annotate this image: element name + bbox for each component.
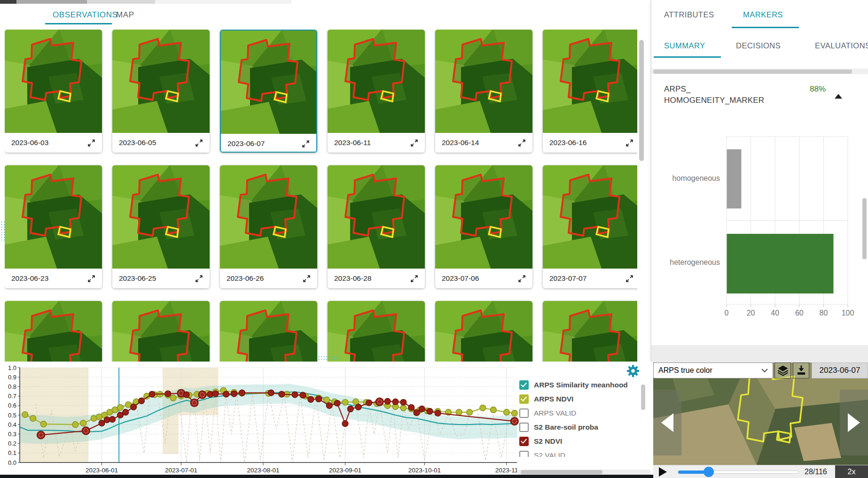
observation-thumbnail[interactable]: 2023-07-06: [435, 165, 532, 288]
layers-icon: [777, 364, 789, 377]
expand-icon[interactable]: [302, 140, 310, 148]
bottom-resize-handle[interactable]: [318, 355, 339, 361]
observation-thumbnail[interactable]: 2023-06-28: [328, 165, 425, 288]
observation-date: 2023-06-05: [119, 139, 156, 147]
observation-thumbnail[interactable]: [5, 301, 102, 362]
tab-observations[interactable]: OBSERVATIONS: [53, 10, 118, 20]
previous-frame-button[interactable]: [653, 390, 681, 455]
legend-item[interactable]: ARPS VALID: [519, 408, 638, 418]
expand-icon[interactable]: [303, 275, 311, 283]
play-icon[interactable]: [659, 467, 667, 477]
svg-text:0.2: 0.2: [8, 440, 16, 447]
legend-item[interactable]: S2 Bare-soil proba: [519, 422, 638, 432]
legend-item[interactable]: ARPS Similarity meanhood: [519, 380, 638, 390]
tab-map[interactable]: MAP: [116, 10, 134, 20]
markers-tab-underline: [732, 27, 799, 28]
timeseries-chart-panel: 1.00.90.80.70.60.50.40.30.20.10.02023-06…: [0, 362, 651, 475]
panel-horizontal-scrollbar[interactable]: [653, 69, 852, 74]
svg-text:2023-07-01: 2023-07-01: [165, 467, 197, 474]
expand-icon[interactable]: [195, 139, 203, 147]
observation-thumbnail[interactable]: 2023-06-26: [220, 165, 317, 288]
parcel-outline: [238, 310, 297, 362]
svg-text:1.0: 1.0: [8, 364, 16, 371]
observation-date: 2023-06-23: [11, 274, 48, 283]
timeline-slider-thumb[interactable]: [704, 467, 714, 477]
right-panel: ATTRIBUTES MARKERS SUMMARY DECISIONS EVA…: [651, 0, 868, 362]
observation-thumbnail[interactable]: [220, 301, 317, 362]
svg-text:2023-06-01: 2023-06-01: [86, 467, 118, 474]
observation-thumbnail[interactable]: 2023-06-07: [220, 30, 317, 153]
legend-label: ARPS VALID: [534, 409, 576, 417]
svg-text:0.6: 0.6: [8, 402, 16, 409]
panel-vertical-scrollbar[interactable]: [862, 198, 867, 259]
next-frame-button[interactable]: [840, 390, 868, 455]
legend-item[interactable]: ARPS NDVI: [519, 394, 638, 404]
observation-thumbnail[interactable]: 2023-07-07: [543, 165, 637, 288]
svg-text:0.7: 0.7: [8, 393, 16, 400]
legend-label: ARPS NDVI: [534, 395, 573, 403]
observation-thumbnail[interactable]: 2023-06-14: [435, 30, 532, 153]
subtab-evaluations[interactable]: EVALUATIONS: [815, 41, 868, 50]
observation-thumbnail[interactable]: [543, 301, 637, 362]
svg-text:60: 60: [795, 309, 804, 317]
expand-icon[interactable]: [626, 275, 633, 283]
observation-thumbnail[interactable]: 2023-06-11: [328, 30, 425, 153]
layers-button[interactable]: [774, 362, 791, 378]
observation-thumbnail[interactable]: [112, 301, 210, 362]
observation-thumbnail[interactable]: [328, 301, 425, 362]
observation-date: 2023-06-28: [334, 274, 371, 283]
playback-controls: 28/116 2x: [653, 465, 868, 478]
collapse-triangle-icon[interactable]: [835, 94, 842, 99]
expand-icon[interactable]: [410, 139, 418, 147]
observation-thumbnail[interactable]: 2023-06-05: [112, 30, 210, 153]
svg-text:0.1: 0.1: [8, 449, 16, 456]
legend-checkbox[interactable]: [519, 451, 529, 457]
timeseries-chart[interactable]: 1.00.90.80.70.60.50.40.30.20.10.02023-06…: [1, 363, 523, 475]
legend-vertical-scrollbar[interactable]: [641, 385, 645, 410]
svg-text:2023-11: 2023-11: [495, 467, 518, 474]
top-horizontal-scrollbar[interactable]: [0, 0, 291, 4]
legend-horizontal-scrollbar[interactable]: [521, 470, 602, 474]
tab-markers[interactable]: MARKERS: [743, 10, 783, 19]
left-resize-handle[interactable]: [0, 221, 5, 240]
observation-thumbnail[interactable]: 2023-06-16: [543, 30, 637, 153]
svg-text:80: 80: [820, 309, 828, 317]
expand-icon[interactable]: [518, 275, 526, 283]
playback-speed-button[interactable]: 2x: [835, 465, 868, 478]
observation-thumbnail[interactable]: 2023-06-03: [5, 30, 102, 153]
expand-icon[interactable]: [195, 275, 203, 283]
observation-date: 2023-06-03: [11, 139, 48, 147]
observation-thumbnail[interactable]: 2023-06-23: [5, 165, 102, 288]
subtab-summary[interactable]: SUMMARY: [664, 41, 705, 50]
download-button[interactable]: [793, 362, 809, 378]
observation-thumbnail[interactable]: [435, 301, 532, 362]
expand-icon[interactable]: [87, 139, 95, 147]
expand-icon[interactable]: [410, 275, 418, 283]
bottom-edge-bar: [0, 475, 653, 478]
legend-label: S2 VALID: [534, 451, 565, 457]
expand-icon[interactable]: [87, 275, 95, 283]
observation-thumbnail[interactable]: 2023-06-25: [112, 165, 210, 288]
legend-checkbox[interactable]: [519, 380, 529, 390]
svg-text:0.3: 0.3: [8, 431, 16, 438]
expand-icon[interactable]: [518, 139, 526, 147]
legend-item[interactable]: S2 NDVI: [519, 436, 638, 446]
homogeneity-bar-chart: 020406080100homogeneousheterogeneous: [651, 122, 865, 329]
legend-checkbox[interactable]: [519, 409, 529, 418]
svg-text:2023-10-01: 2023-10-01: [408, 467, 441, 474]
gear-icon[interactable]: [626, 364, 640, 378]
svg-text:0.8: 0.8: [8, 383, 16, 390]
svg-text:100: 100: [842, 309, 854, 317]
legend-checkbox[interactable]: [519, 437, 529, 446]
layer-select[interactable]: ARPS true color: [653, 362, 773, 378]
legend-label: S2 Bare-soil proba: [534, 423, 598, 432]
expand-icon[interactable]: [626, 139, 633, 147]
tab-attributes[interactable]: ATTRIBUTES: [664, 10, 714, 19]
legend-checkbox[interactable]: [519, 423, 529, 432]
chart-legend: ARPS Similarity meanhoodARPS NDVIARPS VA…: [519, 380, 638, 457]
subtab-decisions[interactable]: DECISIONS: [736, 41, 781, 50]
legend-item[interactable]: S2 VALID: [519, 450, 638, 457]
legend-checkbox[interactable]: [519, 394, 529, 404]
svg-text:0.5: 0.5: [8, 412, 16, 419]
thumbnail-grid-scrollbar[interactable]: [639, 40, 644, 161]
